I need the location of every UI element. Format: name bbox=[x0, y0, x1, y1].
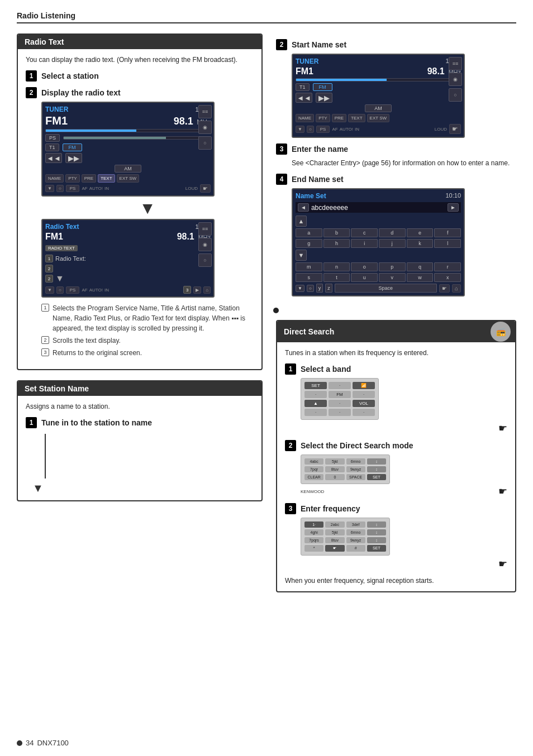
rt-icon-2[interactable]: ◉ bbox=[198, 238, 212, 251]
tuner-text-btn[interactable]: TEXT bbox=[98, 174, 115, 183]
ns-input-value[interactable]: abcdeeeeee bbox=[311, 204, 445, 212]
ns-vol-btn[interactable]: ▼ bbox=[296, 285, 304, 292]
dm-set[interactable]: SET bbox=[367, 474, 386, 480]
right-next-btn[interactable]: ▶▶ bbox=[316, 93, 332, 103]
dm-8tuv[interactable]: 8tuv bbox=[325, 466, 344, 472]
r-icon-3[interactable]: ○ bbox=[449, 88, 462, 102]
rt-src-btn[interactable]: ○ bbox=[56, 286, 64, 294]
kbd-w[interactable]: w bbox=[407, 273, 434, 282]
rt-foot-btn[interactable]: ▶ bbox=[193, 286, 201, 294]
tuner-am-btn[interactable]: AM bbox=[115, 165, 141, 173]
fe-3[interactable]: 3def bbox=[346, 521, 365, 528]
right-icon-3[interactable]: ○ bbox=[198, 136, 212, 150]
r-icon-1[interactable]: ≡≡ bbox=[449, 57, 462, 70]
kbd-space[interactable]: Space bbox=[335, 284, 437, 293]
band-fm-btn[interactable]: FM bbox=[329, 391, 351, 398]
fe-finger[interactable]: ☛ bbox=[325, 545, 344, 552]
right-icon-1[interactable]: ≡≡ bbox=[198, 105, 212, 118]
tuner-name-btn[interactable]: NAME bbox=[45, 174, 64, 183]
ns-home-btn[interactable]: ⌂ bbox=[452, 284, 461, 293]
kbd-t[interactable]: t bbox=[323, 273, 350, 282]
ns-mid-arrow[interactable]: ▼ bbox=[296, 250, 307, 261]
tuner-prev-btn[interactable]: ◄◄ bbox=[45, 153, 62, 163]
dm-4abc[interactable]: 4abc bbox=[304, 458, 323, 465]
kbd-k[interactable]: k bbox=[407, 239, 434, 248]
kbd-c[interactable]: c bbox=[351, 228, 378, 237]
right-pty-btn[interactable]: PTY bbox=[316, 114, 330, 122]
kbd-p[interactable]: p bbox=[379, 262, 406, 271]
tuner-ti-btn[interactable]: T1 bbox=[45, 143, 59, 151]
fe-5[interactable]: 5jkl bbox=[325, 529, 344, 535]
kbd-b[interactable]: b bbox=[323, 228, 350, 237]
kbd-e[interactable]: e bbox=[407, 228, 434, 237]
fe-star[interactable]: * bbox=[304, 545, 323, 552]
fe-9[interactable]: 9wxyz bbox=[346, 537, 365, 543]
kbd-l[interactable]: l bbox=[434, 239, 461, 248]
fe-set[interactable]: SET bbox=[367, 545, 386, 552]
kbd-y[interactable]: y bbox=[316, 284, 323, 293]
kbd-h[interactable]: h bbox=[323, 239, 350, 248]
right-fm-btn[interactable]: FM bbox=[313, 83, 332, 91]
right-ps2-btn[interactable]: PS bbox=[316, 126, 330, 133]
right-name-btn[interactable]: NAME bbox=[296, 114, 314, 122]
right-pre-btn[interactable]: PRE bbox=[332, 114, 346, 122]
tuner-vol-btn[interactable]: ▼ bbox=[45, 185, 54, 192]
right-finger-btn[interactable]: ☛ bbox=[449, 124, 461, 134]
rt-ps-btn[interactable]: PS bbox=[66, 286, 80, 294]
ns-finger-btn[interactable]: ☛ bbox=[439, 284, 450, 293]
kbd-i[interactable]: i bbox=[351, 239, 378, 248]
fe-8[interactable]: 8tuv bbox=[325, 537, 344, 543]
dm-9wxyz[interactable]: 9wxyz bbox=[346, 466, 365, 472]
kbd-z[interactable]: z bbox=[325, 284, 332, 293]
fe-col4-3[interactable]: ↕ bbox=[367, 537, 386, 543]
kbd-v[interactable]: v bbox=[379, 273, 406, 282]
rt-icon-3[interactable]: ○ bbox=[198, 253, 212, 267]
tuner-next-btn[interactable]: ▶▶ bbox=[65, 153, 82, 163]
fe-6[interactable]: 6mno bbox=[346, 529, 365, 535]
tuner-pty-btn[interactable]: PTY bbox=[65, 174, 80, 183]
dm-col4-2[interactable]: ↕ bbox=[367, 466, 386, 472]
kbd-n[interactable]: n bbox=[323, 262, 350, 271]
right-vol-btn[interactable]: ▼ bbox=[296, 126, 304, 133]
kbd-a[interactable]: a bbox=[296, 228, 322, 237]
right-am-btn[interactable]: AM bbox=[365, 104, 392, 112]
ns-fwd-btn[interactable]: ► bbox=[448, 203, 459, 212]
dm-6mno[interactable]: 6mno bbox=[346, 458, 365, 465]
kbd-u[interactable]: u bbox=[351, 273, 378, 282]
band-set-btn[interactable]: SET bbox=[304, 382, 327, 389]
fe-col4-2[interactable]: ↕ bbox=[367, 529, 386, 535]
band-vol-btn[interactable]: VOL bbox=[353, 400, 375, 407]
right-src-btn[interactable]: ○ bbox=[307, 126, 314, 133]
fe-1[interactable]: 1· bbox=[304, 521, 323, 528]
right-ti-btn[interactable]: T1 bbox=[296, 83, 310, 91]
ns-back-btn[interactable]: ◄ bbox=[298, 203, 309, 212]
fe-4[interactable]: 4ghi bbox=[304, 529, 323, 535]
right-prev-btn[interactable]: ◄◄ bbox=[296, 93, 312, 103]
tuner-ps2-btn[interactable]: PS bbox=[66, 185, 80, 192]
dm-clear[interactable]: CLEAR bbox=[304, 474, 323, 480]
kbd-o[interactable]: o bbox=[351, 262, 378, 271]
rt-icon-1[interactable]: ≡≡ bbox=[198, 222, 212, 236]
kbd-s[interactable]: s bbox=[296, 273, 322, 282]
tuner-finger-btn[interactable]: ☛ bbox=[200, 184, 211, 193]
kbd-j[interactable]: j bbox=[379, 239, 406, 248]
kbd-d[interactable]: d bbox=[379, 228, 406, 237]
right-text-btn[interactable]: TEXT bbox=[348, 114, 365, 122]
tuner-src-btn[interactable]: ○ bbox=[56, 185, 64, 192]
dm-0[interactable]: 0 bbox=[325, 474, 344, 480]
right-extsw-btn[interactable]: EXT SW bbox=[367, 114, 390, 122]
dm-space[interactable]: SPACE bbox=[346, 474, 365, 480]
dm-col4-1[interactable]: ↕ bbox=[367, 458, 386, 465]
rt-vol-btn[interactable]: ▼ bbox=[45, 286, 54, 294]
dm-5jkl[interactable]: 5jkl bbox=[325, 458, 344, 465]
ns-src-btn[interactable]: ○ bbox=[307, 285, 314, 292]
fe-hash[interactable]: # bbox=[346, 545, 365, 552]
fe-7[interactable]: 7pqrs bbox=[304, 537, 323, 543]
kbd-m[interactable]: m bbox=[296, 262, 322, 271]
rt-home-btn[interactable]: ⌂ bbox=[203, 286, 211, 294]
tuner-pre-btn[interactable]: PRE bbox=[82, 174, 96, 183]
kbd-x[interactable]: x bbox=[434, 273, 461, 282]
fe-2[interactable]: 2abc bbox=[325, 521, 344, 528]
tuner-ps-btn[interactable]: PS bbox=[45, 134, 60, 142]
tuner-extsw-btn[interactable]: EXT SW bbox=[117, 174, 140, 183]
